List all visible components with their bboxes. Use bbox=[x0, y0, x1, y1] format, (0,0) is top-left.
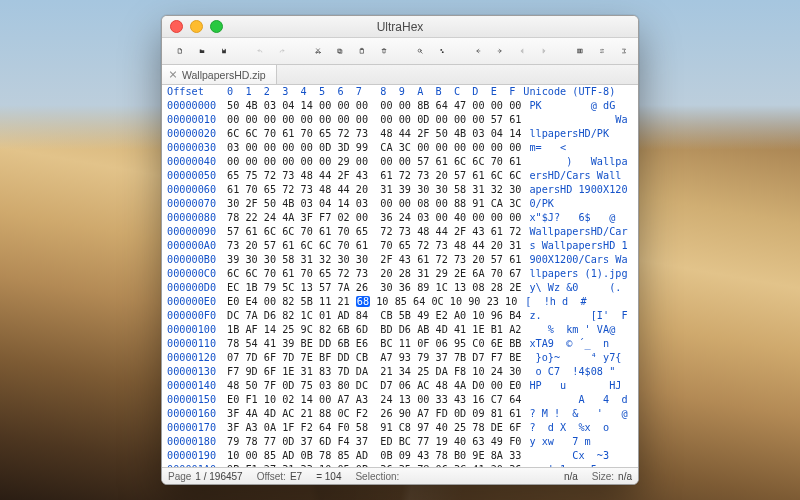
hex-row[interactable]: 000000E0E0 E4 00 82 5B 11 21 68 10 85 64… bbox=[162, 295, 638, 309]
ascii-cell[interactable]: Cx ~3 bbox=[521, 449, 609, 463]
hex-bytes-cell[interactable]: 57 61 6C 6C 70 61 70 65 72 73 48 44 2F 4… bbox=[227, 225, 521, 239]
hex-row[interactable]: 00000130F7 9D 6F 1E 31 83 7D DA 21 34 25… bbox=[162, 365, 638, 379]
hex-row[interactable]: 0000012007 7D 6F 7D 7E BF DD CB A7 93 79… bbox=[162, 351, 638, 365]
ascii-cell[interactable]: Unicode (UTF-8) bbox=[515, 85, 615, 99]
hex-row[interactable]: 000000B039 30 30 58 31 32 30 30 2F 43 61… bbox=[162, 253, 638, 267]
hex-bytes-cell[interactable]: 78 54 41 39 BE DD 6B E6 BC 11 0F 06 95 C… bbox=[227, 337, 521, 351]
hex-bytes-cell[interactable]: 78 22 24 4A 3F F7 02 00 36 24 03 00 40 0… bbox=[227, 211, 521, 225]
hex-row[interactable]: 0000008078 22 24 4A 3F F7 02 00 36 24 03… bbox=[162, 211, 638, 225]
hex-row[interactable]: 0000006061 70 65 72 73 48 44 20 31 39 30… bbox=[162, 183, 638, 197]
ascii-cell[interactable]: ? M ! & ' @ bbox=[521, 407, 627, 421]
hex-row[interactable]: 000001001B AF 14 25 9C 82 6B 6D BD D6 AB… bbox=[162, 323, 638, 337]
hex-bytes-cell[interactable]: DC 7A D6 82 1C 01 AD 84 CB 5B 49 E2 A0 1… bbox=[227, 309, 521, 323]
hex-row[interactable]: 0000014048 50 7F 0D 75 03 80 DC D7 06 AC… bbox=[162, 379, 638, 393]
ascii-cell[interactable]: z. [I' F bbox=[521, 309, 627, 323]
close-window-button[interactable] bbox=[170, 20, 183, 33]
hex-bytes-cell[interactable]: 07 7D 6F 7D 7E BF DD CB A7 93 79 37 7B D… bbox=[227, 351, 521, 365]
search-button[interactable] bbox=[410, 41, 430, 61]
ascii-cell[interactable]: PK @ dG bbox=[521, 99, 615, 113]
zoom-window-button[interactable] bbox=[210, 20, 223, 33]
goto-button[interactable] bbox=[432, 41, 452, 61]
close-tab-icon[interactable] bbox=[169, 71, 177, 79]
hex-bytes-cell[interactable]: 48 50 7F 0D 75 03 80 DC D7 06 AC 48 4A D… bbox=[227, 379, 521, 393]
undo-button[interactable] bbox=[250, 41, 270, 61]
open-file-button[interactable] bbox=[192, 41, 212, 61]
ascii-cell[interactable]: m= < bbox=[521, 141, 566, 155]
ascii-cell[interactable]: }o}~ ⁴ y7{ bbox=[521, 351, 621, 365]
ascii-cell[interactable]: ) Wallpa bbox=[521, 155, 627, 169]
hex-bytes-cell[interactable]: E0 F1 10 02 14 00 A7 A3 24 13 00 33 43 1… bbox=[227, 393, 521, 407]
ascii-cell[interactable]: [ !h d # bbox=[517, 295, 586, 309]
minimize-window-button[interactable] bbox=[190, 20, 203, 33]
hex-row[interactable]: 0000004000 00 00 00 00 00 29 00 00 00 57… bbox=[162, 155, 638, 169]
ascii-cell[interactable]: xTA9 © ´_ n bbox=[521, 337, 609, 351]
ascii-cell[interactable]: llpapersHD/PK bbox=[521, 127, 609, 141]
hex-row[interactable]: 000000206C 6C 70 61 70 65 72 73 48 44 2F… bbox=[162, 127, 638, 141]
save-file-button[interactable] bbox=[214, 41, 234, 61]
hex-bytes-cell[interactable]: 61 70 65 72 73 48 44 20 31 39 30 30 58 3… bbox=[227, 183, 521, 197]
nav-back-button[interactable] bbox=[468, 41, 488, 61]
hex-bytes-cell[interactable]: 10 00 85 AD 0B 78 85 AD 0B 09 43 78 B0 9… bbox=[227, 449, 521, 463]
hex-row[interactable]: 000000F0DC 7A D6 82 1C 01 AD 84 CB 5B 49… bbox=[162, 309, 638, 323]
hex-bytes-cell[interactable]: EC 1B 79 5C 13 57 7A 26 30 36 89 1C 13 0… bbox=[227, 281, 521, 295]
hex-bytes-cell[interactable]: 6C 6C 70 61 70 65 72 73 20 28 31 29 2E 6… bbox=[227, 267, 521, 281]
hex-row[interactable]: 000000C06C 6C 70 61 70 65 72 73 20 28 31… bbox=[162, 267, 638, 281]
cut-button[interactable] bbox=[308, 41, 328, 61]
paste-button[interactable] bbox=[352, 41, 372, 61]
titlebar[interactable]: UltraHex bbox=[162, 16, 638, 38]
hex-row[interactable]: 0000007030 2F 50 4B 03 04 14 03 00 00 08… bbox=[162, 197, 638, 211]
file-tab[interactable]: WallpapersHD.zip bbox=[162, 65, 277, 84]
hex-bytes-cell[interactable]: 73 20 57 61 6C 6C 70 61 70 65 72 73 48 4… bbox=[227, 239, 521, 253]
selected-byte[interactable]: 68 bbox=[356, 296, 370, 307]
ascii-cell[interactable]: apersHD 1900X120 bbox=[521, 183, 627, 197]
columns-button[interactable] bbox=[570, 41, 590, 61]
new-file-button[interactable] bbox=[170, 41, 190, 61]
hex-row[interactable]: 0000018079 78 77 0D 37 6D F4 37 ED BC 77… bbox=[162, 435, 638, 449]
ascii-cell[interactable]: A 4 d bbox=[521, 393, 627, 407]
hex-row[interactable]: 000000A073 20 57 61 6C 6C 70 61 70 65 72… bbox=[162, 239, 638, 253]
ascii-cell[interactable]: llpapers (1).jpg bbox=[521, 267, 627, 281]
hex-bytes-cell[interactable]: F7 9D 6F 1E 31 83 7D DA 21 34 25 DA F8 1… bbox=[227, 365, 521, 379]
ascii-cell[interactable]: WallpapersHD/Car bbox=[521, 225, 627, 239]
hex-bytes-cell[interactable]: 03 00 00 00 00 0D 3D 99 CA 3C 00 00 00 0… bbox=[227, 141, 521, 155]
redo-button[interactable] bbox=[272, 41, 292, 61]
hex-bytes-cell[interactable]: 00 00 00 00 00 00 29 00 00 00 57 61 6C 6… bbox=[227, 155, 521, 169]
hex-row[interactable]: 0000000050 4B 03 04 14 00 00 00 00 00 8B… bbox=[162, 99, 638, 113]
hex-bytes-cell[interactable]: 79 78 77 0D 37 6D F4 37 ED BC 77 19 40 6… bbox=[227, 435, 521, 449]
nav-forward-button[interactable] bbox=[490, 41, 510, 61]
hex-view[interactable]: Offset 0 1 2 3 4 5 6 7 8 9 A B C D E FUn… bbox=[162, 85, 638, 467]
ascii-cell[interactable]: o C7 !4$08 " bbox=[521, 365, 615, 379]
hex-row[interactable]: 0000019010 00 85 AD 0B 78 85 AD 0B 09 43… bbox=[162, 449, 638, 463]
ascii-cell[interactable]: ersHD/Cars Wall bbox=[521, 169, 621, 183]
nav-prev-button[interactable] bbox=[512, 41, 532, 61]
hex-bytes-cell[interactable]: 39 30 30 58 31 32 30 30 2F 43 61 72 73 2… bbox=[227, 253, 521, 267]
hex-bytes-cell[interactable]: E0 E4 00 82 5B 11 21 68 10 85 64 0C 10 9… bbox=[227, 295, 517, 309]
ascii-cell[interactable]: ? d X %x o bbox=[521, 421, 609, 435]
hex-bytes-cell[interactable]: 65 75 72 73 48 44 2F 43 61 72 73 20 57 6… bbox=[227, 169, 521, 183]
hex-bytes-cell[interactable]: 00 00 00 00 00 00 00 00 00 00 0D 00 00 0… bbox=[227, 113, 521, 127]
ascii-cell[interactable]: 900X1200/Cars Wa bbox=[521, 253, 627, 267]
hex-row[interactable]: 000000D0EC 1B 79 5C 13 57 7A 26 30 36 89… bbox=[162, 281, 638, 295]
hex-bytes-cell[interactable]: 6C 6C 70 61 70 65 72 73 48 44 2F 50 4B 0… bbox=[227, 127, 521, 141]
nav-next-button[interactable] bbox=[534, 41, 554, 61]
hex-row[interactable]: 0000011078 54 41 39 BE DD 6B E6 BC 11 0F… bbox=[162, 337, 638, 351]
ascii-cell[interactable]: s WallpapersHD 1 bbox=[521, 239, 627, 253]
hex-row[interactable]: 000001703F A3 0A 1F F2 64 F0 58 91 C8 97… bbox=[162, 421, 638, 435]
ascii-cell[interactable]: y xw 7 m bbox=[521, 435, 603, 449]
hex-bytes-cell[interactable]: 3F 4A 4D AC 21 88 0C F2 26 90 A7 FD 0D 0… bbox=[227, 407, 521, 421]
hex-bytes-cell[interactable]: 0 1 2 3 4 5 6 7 8 9 A B C D E F bbox=[227, 85, 515, 99]
hex-bytes-cell[interactable]: 30 2F 50 4B 03 04 14 03 00 00 08 00 88 9… bbox=[227, 197, 521, 211]
sum-button[interactable] bbox=[614, 41, 634, 61]
hex-row[interactable]: 00000150E0 F1 10 02 14 00 A7 A3 24 13 00… bbox=[162, 393, 638, 407]
hex-row[interactable]: 0000005065 75 72 73 48 44 2F 43 61 72 73… bbox=[162, 169, 638, 183]
hex-row[interactable]: 000001603F 4A 4D AC 21 88 0C F2 26 90 A7… bbox=[162, 407, 638, 421]
ascii-cell[interactable]: 0/PK bbox=[521, 197, 554, 211]
ascii-cell[interactable]: % km ' VA@ bbox=[521, 323, 615, 337]
hex-row[interactable]: 0000003003 00 00 00 00 0D 3D 99 CA 3C 00… bbox=[162, 141, 638, 155]
swap-button[interactable] bbox=[592, 41, 612, 61]
delete-button[interactable] bbox=[374, 41, 394, 61]
hex-bytes-cell[interactable]: 3F A3 0A 1F F2 64 F0 58 91 C8 97 40 25 7… bbox=[227, 421, 521, 435]
copy-button[interactable] bbox=[330, 41, 350, 61]
ascii-cell[interactable]: x"$J? 6$ @ bbox=[521, 211, 615, 225]
hex-row[interactable]: 0000009057 61 6C 6C 70 61 70 65 72 73 48… bbox=[162, 225, 638, 239]
